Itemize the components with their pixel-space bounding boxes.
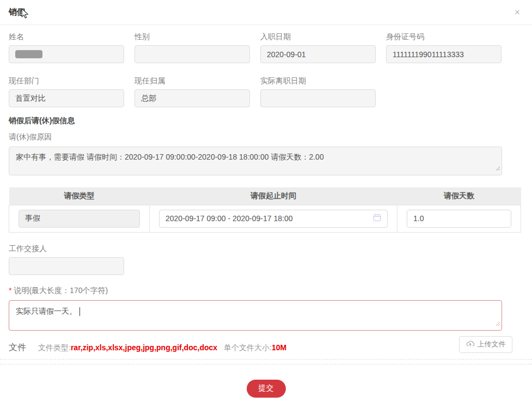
calendar-icon[interactable]	[373, 214, 381, 223]
field-entry-date-label: 入职日期	[260, 31, 376, 42]
time-range-value: 2020-09-17 09:00 - 2020-09-17 18:00	[166, 214, 293, 223]
field-affiliation: 现任归属	[134, 75, 250, 107]
days-cell	[398, 205, 521, 232]
submit-row: 提交	[9, 380, 523, 398]
field-gender-label: 性别	[134, 31, 250, 42]
field-departure-date-label: 实际离职日期	[260, 75, 376, 86]
file-size-value: 10M	[272, 343, 286, 352]
note-textarea[interactable]: 实际只请假一天。	[9, 300, 502, 331]
files-section-label: 文件	[9, 342, 26, 354]
reason-label: 请(休)假原因	[9, 132, 523, 142]
files-description: 文件类型:rar,zip,xls,xlsx,jpeg,jpg,png,gif,d…	[38, 343, 286, 353]
modal-header: 销假 ×	[0, 0, 532, 25]
submit-button[interactable]: 提交	[247, 380, 286, 398]
leave-table-row: 2020-09-17 09:00 - 2020-09-17 18:00	[9, 205, 521, 232]
affiliation-input	[134, 89, 250, 107]
required-mark: *	[9, 286, 11, 295]
note-label: 说明(最大长度：170个字符)	[14, 286, 108, 295]
note-text: 实际只请假一天。	[16, 307, 77, 315]
cancel-leave-modal: 销假 × 姓名 性别 入职日期	[0, 0, 532, 402]
basic-fields-row1: 姓名 性别 入职日期 身份证号码	[9, 31, 523, 63]
file-size-prefix: 单个文件大小:	[224, 343, 272, 352]
days-input[interactable]	[407, 210, 511, 228]
field-departure-date: 实际离职日期	[260, 75, 376, 107]
field-id-number-label: 身份证号码	[386, 31, 502, 42]
file-type-prefix: 文件类型:	[38, 343, 71, 352]
leave-table: 请假类型 请假起止时间 请假天数 2020-09-17 09:00 - 2020…	[9, 187, 521, 233]
leave-type-cell	[9, 205, 150, 232]
field-department: 现任部门	[9, 75, 124, 107]
file-type-list: rar,zip,xls,xlsx,jpeg,jpg,png,gif,doc,do…	[71, 343, 217, 352]
note-label-row: *说明(最大长度：170个字符)	[9, 286, 523, 296]
modal-title: 销假	[9, 7, 25, 17]
leave-type-input	[19, 210, 140, 228]
upload-dropzone	[0, 359, 532, 364]
departure-date-input	[260, 89, 376, 107]
mouse-cursor-icon	[21, 8, 29, 20]
field-department-label: 现任部门	[9, 75, 124, 86]
redacted-name-value	[15, 50, 42, 58]
leave-info-section-title: 销假后请(休)假信息	[9, 116, 523, 126]
cloud-upload-icon	[466, 340, 474, 349]
field-handover: 工作交接人	[9, 243, 124, 275]
field-id-number: 身份证号码	[386, 31, 502, 63]
col-time-range: 请假起止时间	[150, 187, 398, 205]
resize-handle-icon	[496, 163, 500, 174]
field-name: 姓名	[9, 31, 124, 63]
reason-text: 家中有事，需要请假 请假时间：2020-09-17 09:00:00-2020-…	[16, 153, 324, 161]
field-gender: 性别	[134, 31, 250, 63]
handover-label: 工作交接人	[9, 243, 124, 254]
id-number-input	[386, 45, 502, 63]
entry-date-input	[260, 45, 376, 63]
department-input	[9, 89, 124, 107]
upload-file-button[interactable]: 上传文件	[459, 336, 512, 353]
col-days: 请假天数	[398, 187, 521, 205]
field-name-label: 姓名	[9, 31, 124, 42]
col-leave-type: 请假类型	[9, 187, 150, 205]
upload-button-label: 上传文件	[478, 339, 506, 349]
time-range-cell: 2020-09-17 09:00 - 2020-09-17 18:00	[150, 205, 398, 232]
field-affiliation-label: 现任归属	[134, 75, 250, 86]
field-entry-date: 入职日期	[260, 31, 376, 63]
resize-handle-icon	[496, 318, 500, 329]
files-row: 文件 文件类型:rar,zip,xls,xlsx,jpeg,jpg,png,gi…	[9, 339, 523, 357]
time-range-input[interactable]: 2020-09-17 09:00 - 2020-09-17 18:00	[159, 210, 388, 228]
name-input	[9, 45, 124, 63]
text-cursor	[80, 307, 80, 316]
gender-input	[134, 45, 250, 63]
leave-table-header-row: 请假类型 请假起止时间 请假天数	[9, 187, 521, 205]
reason-textarea: 家中有事，需要请假 请假时间：2020-09-17 09:00:00-2020-…	[9, 147, 502, 175]
close-icon[interactable]: ×	[511, 7, 523, 18]
basic-fields-row2: 现任部门 现任归属 实际离职日期	[9, 75, 523, 107]
handover-input	[9, 257, 124, 275]
